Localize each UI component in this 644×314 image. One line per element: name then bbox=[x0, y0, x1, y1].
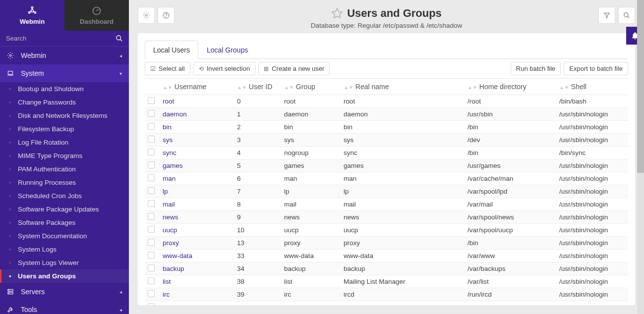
row-checkbox[interactable] bbox=[148, 277, 155, 284]
help-button[interactable] bbox=[158, 7, 175, 24]
col-shell[interactable]: Shell bbox=[571, 83, 586, 91]
toolbar: ☑Select all ⟲Invert selection ⊞Create a … bbox=[138, 59, 635, 78]
cell-uid: 2 bbox=[234, 121, 281, 134]
nav-item[interactable]: Scheduled Cron Jobs bbox=[0, 189, 129, 203]
tab-local-groups[interactable]: Local Groups bbox=[198, 41, 256, 59]
sidebar-tab-webmin[interactable]: Webmin bbox=[0, 0, 64, 31]
col-uid[interactable]: User ID bbox=[249, 83, 272, 91]
username-link[interactable]: uucp bbox=[163, 226, 177, 234]
plus-icon: ⊞ bbox=[264, 65, 269, 72]
row-checkbox[interactable] bbox=[148, 110, 155, 117]
row-checkbox[interactable] bbox=[148, 161, 155, 168]
invert-selection-button[interactable]: ⟲Invert selection bbox=[193, 62, 255, 75]
username-link[interactable]: lp bbox=[163, 188, 168, 195]
nav-item[interactable]: MIME Type Programs bbox=[0, 149, 129, 162]
run-batch-button[interactable]: Run batch file bbox=[511, 62, 561, 75]
nav-item[interactable]: PAM Authentication bbox=[0, 162, 129, 176]
create-user-button[interactable]: ⊞Create a new user bbox=[258, 62, 330, 75]
cell-shell: /usr/sbin/nologin bbox=[556, 224, 628, 237]
username-link[interactable]: root bbox=[163, 98, 174, 105]
nav-item[interactable]: Software Packages bbox=[0, 216, 129, 229]
export-batch-button[interactable]: Export to batch file bbox=[564, 62, 628, 75]
search-button[interactable] bbox=[618, 7, 635, 24]
nav-item[interactable]: Disk and Network Filesystems bbox=[0, 109, 129, 122]
username-link[interactable]: irc bbox=[163, 291, 170, 298]
nav-item[interactable]: Software Package Updates bbox=[0, 203, 129, 216]
cell-shell: /usr/sbin/nologin bbox=[556, 134, 628, 147]
table-row: mail8mailmail/var/mail/usr/sbin/nologin bbox=[145, 198, 628, 211]
nav-section-servers[interactable]: Servers◂ bbox=[0, 283, 129, 301]
nav-section-tools[interactable]: Tools◂ bbox=[0, 301, 129, 314]
filter-button[interactable] bbox=[598, 7, 615, 24]
username-link[interactable]: games bbox=[163, 162, 183, 169]
nav-item[interactable]: System Logs Viewer bbox=[0, 256, 129, 269]
username-link[interactable]: sync bbox=[163, 149, 176, 157]
row-checkbox[interactable] bbox=[148, 252, 155, 259]
nav-section-webmin[interactable]: Webmin◂ bbox=[0, 47, 129, 64]
cell-shell: /usr/sbin/nologin bbox=[556, 159, 628, 172]
scrollbar[interactable] bbox=[637, 0, 644, 314]
username-link[interactable]: proxy bbox=[163, 239, 179, 247]
sidebar-tab-dashboard[interactable]: Dashboard bbox=[64, 0, 129, 31]
row-checkbox[interactable] bbox=[148, 200, 155, 207]
nav-section-system[interactable]: System▾ bbox=[0, 64, 129, 82]
row-checkbox[interactable] bbox=[148, 174, 155, 181]
col-group[interactable]: Group bbox=[296, 83, 315, 91]
cell-home: /var/mail bbox=[465, 198, 556, 211]
cell-shell: /usr/sbin/nologin bbox=[556, 250, 628, 262]
svg-point-22 bbox=[624, 13, 628, 17]
col-real[interactable]: Real name bbox=[355, 83, 389, 91]
username-link[interactable]: mail bbox=[163, 201, 175, 208]
sort-icon[interactable]: ▲▼ bbox=[468, 86, 477, 89]
nav-item[interactable]: Bootup and Shutdown bbox=[0, 82, 129, 96]
username-link[interactable]: bin bbox=[163, 123, 172, 131]
tab-local-users[interactable]: Local Users bbox=[145, 41, 198, 59]
nav-item[interactable]: System Documentation bbox=[0, 229, 129, 243]
row-checkbox[interactable] bbox=[148, 123, 155, 130]
header-right bbox=[598, 7, 635, 24]
cell-home: /usr/sbin bbox=[465, 108, 556, 121]
table-row: uucp10uucpuucp/var/spool/uucp/usr/sbin/n… bbox=[145, 224, 628, 237]
row-checkbox[interactable] bbox=[148, 264, 155, 271]
nav-item[interactable]: Running Processes bbox=[0, 176, 129, 189]
cell-uid: 9 bbox=[234, 211, 281, 224]
username-link[interactable]: man bbox=[163, 175, 176, 182]
row-checkbox[interactable] bbox=[148, 187, 155, 194]
row-checkbox[interactable] bbox=[148, 97, 155, 104]
cell-uid: 10 bbox=[234, 224, 281, 237]
sort-icon[interactable]: ▲▼ bbox=[163, 86, 173, 89]
svg-line-23 bbox=[628, 16, 630, 18]
row-checkbox[interactable] bbox=[148, 136, 155, 143]
nav-item[interactable]: Change Passwords bbox=[0, 96, 129, 109]
settings-button[interactable] bbox=[138, 7, 155, 24]
row-checkbox[interactable] bbox=[148, 149, 155, 156]
sort-icon[interactable]: ▲▼ bbox=[284, 86, 294, 89]
row-checkbox[interactable] bbox=[148, 213, 155, 220]
header-left bbox=[138, 7, 175, 24]
nav-item[interactable]: Log File Rotation bbox=[0, 136, 129, 149]
username-link[interactable]: www-data bbox=[163, 252, 192, 260]
star-icon[interactable] bbox=[331, 7, 343, 19]
select-all-button[interactable]: ☑Select all bbox=[145, 62, 190, 75]
sort-icon[interactable]: ▲▼ bbox=[237, 86, 247, 89]
row-checkbox[interactable] bbox=[148, 303, 155, 305]
scrollbar-thumb[interactable] bbox=[637, 0, 644, 173]
username-link[interactable]: backup bbox=[163, 265, 184, 272]
row-checkbox[interactable] bbox=[148, 226, 155, 233]
nav-item[interactable]: Filesystem Backup bbox=[0, 122, 129, 136]
nav-item[interactable]: Users and Groups bbox=[0, 269, 129, 283]
col-home[interactable]: Home directory bbox=[479, 83, 527, 91]
col-username[interactable]: Username bbox=[175, 83, 207, 91]
username-link[interactable]: daemon bbox=[163, 110, 187, 118]
sort-icon[interactable]: ▲▼ bbox=[344, 86, 353, 89]
username-link[interactable]: news bbox=[163, 213, 178, 221]
nav-item[interactable]: System Logs bbox=[0, 243, 129, 256]
sort-icon[interactable]: ▲▼ bbox=[559, 86, 569, 89]
username-link[interactable]: list bbox=[163, 278, 171, 285]
search-input[interactable] bbox=[6, 35, 116, 42]
row-checkbox[interactable] bbox=[148, 290, 155, 297]
username-link[interactable]: gnats bbox=[163, 304, 179, 305]
search-icon[interactable] bbox=[116, 35, 123, 42]
username-link[interactable]: sys bbox=[163, 136, 173, 144]
row-checkbox[interactable] bbox=[148, 239, 155, 246]
